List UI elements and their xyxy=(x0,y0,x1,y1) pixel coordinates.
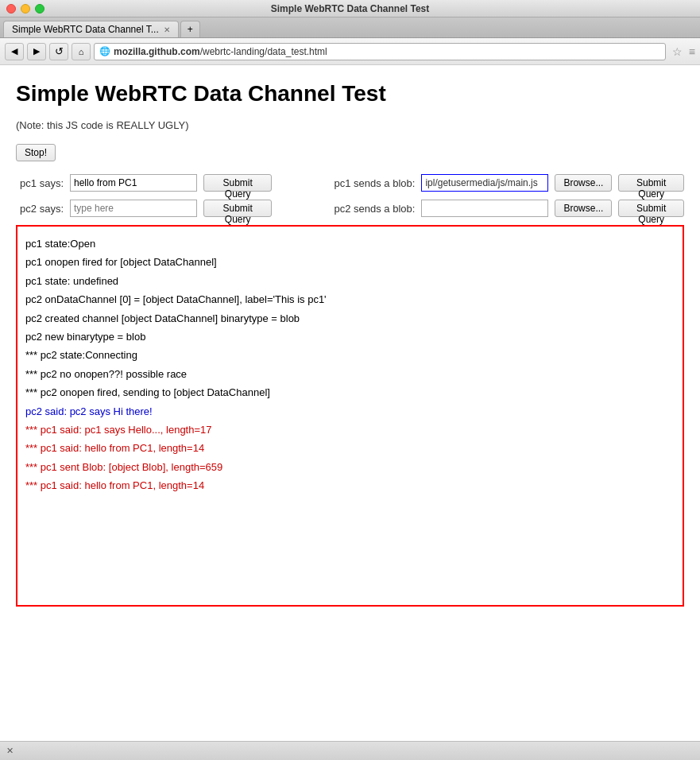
log-line: *** pc2 onopen fired, sending to [object… xyxy=(25,383,675,401)
title-bar: Simple WebRTC Data Channel Test xyxy=(0,0,700,17)
tab-bar: Simple WebRTC Data Channel T... ✕ + xyxy=(0,17,700,38)
log-line: pc2 said: pc2 says Hi there! xyxy=(25,402,675,421)
pc2-form-section: pc2 says: Submit Query pc2 sends a blob:… xyxy=(16,200,684,217)
stop-button[interactable]: Stop! xyxy=(16,144,56,161)
status-icon: ✕ xyxy=(6,746,14,756)
pc1-input[interactable] xyxy=(70,174,197,192)
page-content: Simple WebRTC Data Channel Test (Note: t… xyxy=(0,65,700,741)
log-line: pc1 state: undefined xyxy=(25,272,675,290)
pc2-blob-submit-button[interactable]: Submit Query xyxy=(618,200,684,217)
pc1-blob-browse-button[interactable]: Browse... xyxy=(555,174,612,192)
pc2-blob-browse-button[interactable]: Browse... xyxy=(555,200,612,217)
back-icon: ◀ xyxy=(11,46,17,56)
pc1-blob-group: pc1 sends a blob: Browse... Submit Query xyxy=(319,174,684,192)
tab-label: Simple WebRTC Data Channel T... xyxy=(12,24,159,35)
pc1-blob-input[interactable] xyxy=(421,174,548,192)
forward-button[interactable]: ▶ xyxy=(27,43,46,60)
pc2-blob-input[interactable] xyxy=(421,200,548,217)
pc1-blob-submit-button[interactable]: Submit Query xyxy=(618,174,684,192)
log-line: pc1 state:Open xyxy=(25,235,675,253)
new-tab-button[interactable]: + xyxy=(180,21,200,37)
minimize-button[interactable] xyxy=(21,4,30,14)
pc2-says-group: pc2 says: Submit Query xyxy=(16,200,272,217)
page-icon: 🌐 xyxy=(99,46,110,56)
forward-icon: ▶ xyxy=(33,46,40,56)
home-button[interactable]: ⌂ xyxy=(72,43,91,60)
nav-bar: ◀ ▶ ↺ ⌂ 🌐 mozilla.github.com/webrtc-land… xyxy=(0,38,700,65)
log-line: pc2 created channel [object DataChannel]… xyxy=(25,309,675,328)
pc1-label: pc1 says: xyxy=(16,177,64,189)
menu-icon[interactable]: ≡ xyxy=(689,45,695,58)
pc2-label: pc2 says: xyxy=(16,203,64,215)
pc2-submit-button[interactable]: Submit Query xyxy=(203,200,272,217)
log-area: pc1 state:Openpc1 onopen fired for [obje… xyxy=(16,225,684,607)
address-url: mozilla.github.com/webrtc-landing/data_t… xyxy=(114,46,327,57)
log-line: pc2 onDataChannel [0] = [object DataChan… xyxy=(25,290,675,308)
traffic-lights xyxy=(6,4,44,14)
address-path: /webrtc-landing/data_test.html xyxy=(200,46,327,57)
maximize-button[interactable] xyxy=(35,4,44,14)
bookmark-icon[interactable]: ☆ xyxy=(672,45,683,58)
active-tab[interactable]: Simple WebRTC Data Channel T... ✕ xyxy=(3,21,179,37)
close-button[interactable] xyxy=(6,4,16,14)
tab-close-icon[interactable]: ✕ xyxy=(164,25,170,34)
pc1-blob-label: pc1 sends a blob: xyxy=(319,177,415,189)
pc1-submit-button[interactable]: Submit Query xyxy=(203,174,272,192)
page-note: (Note: this JS code is REALLY UGLY) xyxy=(16,119,684,131)
log-line: *** pc2 state:Connecting xyxy=(25,346,675,364)
log-line: *** pc1 said: hello from PC1, length=14 xyxy=(25,439,675,457)
pc2-blob-label: pc2 sends a blob: xyxy=(319,203,415,215)
log-line: pc1 onopen fired for [object DataChannel… xyxy=(25,253,675,271)
reload-icon: ↺ xyxy=(55,45,64,57)
status-bar: ✕ xyxy=(0,741,700,760)
log-line: *** pc1 said: pc1 says Hello..., length=… xyxy=(25,421,675,439)
home-icon: ⌂ xyxy=(79,47,84,56)
address-bar[interactable]: 🌐 mozilla.github.com/webrtc-landing/data… xyxy=(94,43,666,60)
reload-button[interactable]: ↺ xyxy=(49,43,68,60)
back-button[interactable]: ◀ xyxy=(5,43,24,60)
pc2-blob-group: pc2 sends a blob: Browse... Submit Query xyxy=(319,200,684,217)
log-line: *** pc1 sent Blob: [object Blob], length… xyxy=(25,458,675,476)
log-line: *** pc1 said: hello from PC1, length=14 xyxy=(25,476,675,494)
log-line: pc2 new binarytype = blob xyxy=(25,328,675,346)
page-title: Simple WebRTC Data Channel Test xyxy=(16,81,684,107)
log-line: *** pc2 no onopen??! possible race xyxy=(25,365,675,383)
window-title: Simple WebRTC Data Channel Test xyxy=(271,3,430,14)
pc2-input[interactable] xyxy=(70,200,197,217)
address-domain: mozilla.github.com xyxy=(114,46,200,57)
pc1-says-group: pc1 says: Submit Query xyxy=(16,174,272,192)
pc1-form-section: pc1 says: Submit Query pc1 sends a blob:… xyxy=(16,174,684,192)
